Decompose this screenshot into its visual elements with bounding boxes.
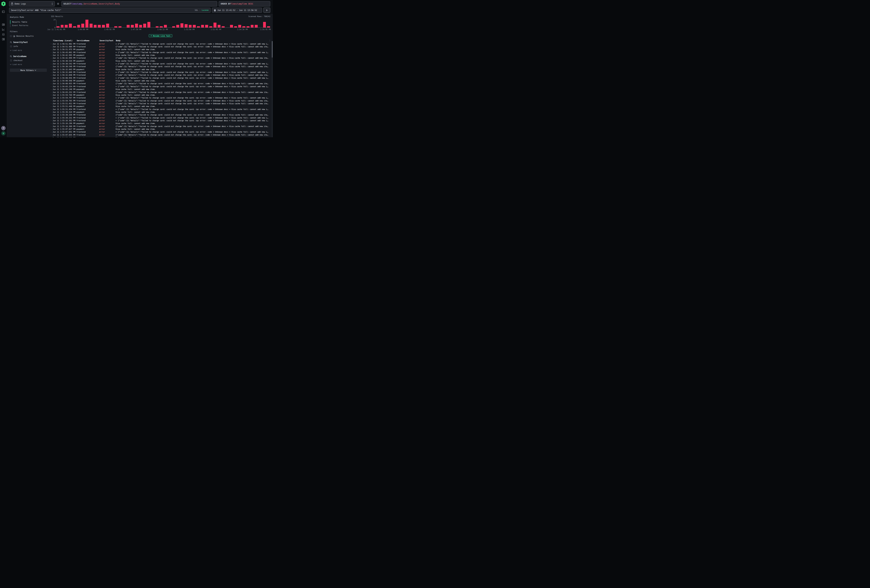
log-table-row[interactable]: ›Jun 11 1:55:51.448 PMpaymenterrorVisa c…	[50, 105, 271, 108]
row-expand-chevron-icon[interactable]: ›	[50, 97, 52, 99]
log-table-row[interactable]: ›Jun 11 1:56:03.254 PMfrontenderror× {"c…	[50, 85, 271, 88]
row-expand-chevron-icon[interactable]: ›	[50, 106, 52, 107]
log-table-row[interactable]: ›Jun 11 1:54:52.241 PMpaymenterrorVisa c…	[50, 136, 271, 137]
log-table-row[interactable]: ›Jun 11 1:56:08.955 PMfrontenderror{"cod…	[50, 82, 271, 85]
load-more-link[interactable]: Load more	[10, 64, 47, 65]
row-expand-chevron-icon[interactable]: ›	[50, 83, 52, 85]
client-sessions-icon[interactable]	[1, 32, 6, 37]
row-expand-chevron-icon[interactable]: ›	[50, 137, 52, 137]
row-expand-chevron-icon[interactable]: ›	[50, 114, 52, 116]
row-expand-chevron-icon[interactable]: ›	[50, 86, 52, 87]
row-expand-chevron-icon[interactable]: ›	[50, 71, 52, 73]
log-table-row[interactable]: ›Jun 11 1:56:32.849 PMfrontenderror× {"c…	[50, 71, 271, 74]
chart-icon[interactable]	[1, 27, 6, 32]
source-settings-gear-icon[interactable]: ⚙	[57, 2, 60, 5]
log-table-row[interactable]: ›Jun 11 1:56:43.001 PMfrontenderror× {"c…	[50, 51, 271, 54]
log-table-row[interactable]: ›Jun 11 1:56:38.534 PMpaymenterrorVisa c…	[50, 60, 271, 62]
source-select[interactable]: Demo Logs	[9, 1, 55, 6]
log-table-row[interactable]: ›Jun 11 1:55:16.302 PMfrontenderror× {"c…	[50, 119, 271, 122]
log-table-row[interactable]: ›Jun 11 1:56:51.982 PMfrontenderror× {"c…	[50, 42, 271, 45]
log-table-row[interactable]: ›Jun 11 1:56:42.995 PMpaymenterrorVisa c…	[50, 54, 271, 57]
row-expand-chevron-icon[interactable]: ›	[50, 49, 52, 51]
row-expand-chevron-icon[interactable]: ›	[50, 68, 52, 70]
col-header-severitytext[interactable]: SeverityText	[99, 40, 116, 42]
row-expand-chevron-icon[interactable]: ›	[50, 100, 52, 101]
log-table-row[interactable]: ›Jun 11 1:56:42.999 PMfrontenderror{"cod…	[50, 57, 271, 60]
order-by-input[interactable]: ORDER BY TimestampTime DESC	[219, 1, 270, 6]
log-table-row[interactable]: ›Jun 11 1:56:32.843 PMpaymenterrorVisa c…	[50, 68, 271, 71]
log-table-row[interactable]: ›Jun 11 1:56:08.956 PMfrontenderror× {"c…	[50, 77, 271, 79]
row-expand-chevron-icon[interactable]: ›	[50, 111, 52, 113]
row-expand-chevron-icon[interactable]: ›	[50, 131, 52, 133]
log-table-row[interactable]: ›Jun 11 1:56:03.252 PMfrontenderror{"cod…	[50, 91, 271, 94]
row-expand-chevron-icon[interactable]: ›	[50, 117, 52, 119]
select-columns-input[interactable]: SELECT Timestamp, ServiceName, SeverityT…	[61, 1, 217, 6]
run-query-button[interactable]	[264, 7, 270, 13]
log-table-row[interactable]: ›Jun 11 1:55:16.300 PMfrontenderror{"cod…	[50, 125, 271, 128]
row-expand-chevron-icon[interactable]: ›	[50, 60, 52, 62]
log-table-row[interactable]: ›Jun 11 1:56:51.975 PMpaymenterrorVisa c…	[50, 48, 271, 51]
log-table-row[interactable]: ›Jun 11 1:56:38.540 PMfrontenderror{"cod…	[50, 65, 271, 68]
more-filters-button[interactable]: More filters	[10, 68, 47, 72]
results-scrollbar[interactable]	[272, 41, 273, 137]
log-table-row[interactable]: ›Jun 11 1:55:59.760 PMpaymenterrorVisa c…	[50, 94, 271, 96]
resume-live-tail-button[interactable]: Resume Live Tail	[149, 34, 172, 37]
row-expand-chevron-icon[interactable]: ›	[50, 94, 52, 96]
sql-mode-toggle[interactable]: SQL	[195, 9, 198, 11]
sidebar-toggle-icon[interactable]	[1, 9, 6, 14]
row-expand-chevron-icon[interactable]: ›	[50, 109, 52, 110]
log-table-row[interactable]: ›Jun 11 1:56:32.848 PMfrontenderror{"cod…	[50, 74, 271, 77]
help-button[interactable]: ?	[1, 126, 6, 130]
denoise-checkbox[interactable]	[10, 35, 12, 37]
col-header-body[interactable]: Body	[116, 40, 268, 42]
log-table-row[interactable]: ›Jun 11 1:55:59.767 PMfrontenderror× {"c…	[50, 97, 271, 99]
col-header-servicename[interactable]: ServiceName	[76, 40, 99, 42]
load-more-link[interactable]: Load more	[10, 49, 47, 51]
log-table-row[interactable]: ›Jun 11 1:56:08.948 PMpaymenterrorVisa c…	[50, 79, 271, 82]
log-table-row[interactable]: ›Jun 11 1:55:51.452 PMfrontenderror{"cod…	[50, 102, 271, 105]
log-table-row[interactable]: ›Jun 11 1:55:39.324 PMpaymenterrorVisa c…	[50, 111, 271, 113]
search-query-input[interactable]: SeverityText:error AND "Visa cache full"…	[9, 7, 210, 13]
row-expand-chevron-icon[interactable]: ›	[50, 134, 52, 136]
row-expand-chevron-icon[interactable]: ›	[50, 77, 52, 79]
row-expand-chevron-icon[interactable]: ›	[50, 54, 52, 56]
col-header-timestamp[interactable]: Timestamp (Local)	[52, 40, 76, 42]
lucene-mode-toggle[interactable]: Lucene	[202, 9, 209, 11]
hyperdx-logo-icon[interactable]	[1, 1, 6, 6]
log-table-row[interactable]: ›Jun 11 1:55:39.330 PMfrontenderror{"cod…	[50, 114, 271, 116]
filter-option-label[interactable]: info	[13, 45, 18, 48]
analysis-mode-results-table[interactable]: Results Table	[10, 20, 47, 24]
column-settings-icon[interactable]: ⋮	[268, 40, 271, 42]
search-logs-icon[interactable]	[1, 22, 6, 27]
log-table-row[interactable]: ›Jun 11 1:56:03.248 PMpaymenterrorVisa c…	[50, 88, 271, 91]
row-expand-chevron-icon[interactable]: ›	[50, 66, 52, 67]
row-expand-chevron-icon[interactable]: ›	[50, 80, 52, 82]
scrollbar-thumb[interactable]	[272, 41, 273, 58]
time-range-picker[interactable]: Jun 11 13:41:52 - Jun 11 13:56:52	[212, 7, 262, 13]
log-table-row[interactable]: ›Jun 11 1:55:16.296 PMpaymenterrorVisa c…	[50, 122, 271, 125]
row-expand-chevron-icon[interactable]: ›	[50, 43, 52, 45]
row-expand-chevron-icon[interactable]: ›	[50, 91, 52, 93]
log-table-row[interactable]: ›Jun 11 1:55:07.827 PMpaymenterrorVisa c…	[50, 128, 271, 131]
row-expand-chevron-icon[interactable]: ›	[50, 52, 52, 53]
analysis-mode-event-patterns[interactable]: Event Patterns	[10, 24, 47, 27]
log-table-row[interactable]: ›Jun 11 1:56:38.542 PMfrontenderror× {"c…	[50, 62, 271, 65]
log-table-row[interactable]: ›Jun 11 1:55:07.841 PMfrontenderror× {"c…	[50, 131, 271, 133]
log-table-row[interactable]: ›Jun 11 1:56:51.980 PMfrontenderror{"cod…	[50, 45, 271, 48]
user-avatar[interactable]: U	[1, 131, 6, 135]
filter-checkbox-checkout[interactable]	[10, 60, 12, 61]
filter-checkbox-info[interactable]	[10, 45, 12, 47]
log-table-row[interactable]: ›Jun 11 1:55:07.835 PMfrontenderror{"cod…	[50, 133, 271, 136]
row-expand-chevron-icon[interactable]: ›	[50, 123, 52, 124]
row-expand-chevron-icon[interactable]: ›	[50, 128, 52, 130]
row-expand-chevron-icon[interactable]: ›	[50, 89, 52, 90]
log-table-row[interactable]: ›Jun 11 1:55:51.454 PMfrontenderror× {"c…	[50, 108, 271, 111]
log-table-row[interactable]: ›Jun 11 1:55:59.765 PMfrontenderror{"cod…	[50, 99, 271, 102]
row-expand-chevron-icon[interactable]: ›	[50, 125, 52, 127]
row-expand-chevron-icon[interactable]: ›	[50, 120, 52, 121]
results-histogram[interactable]: 24 0 Jun 11 1:41:45 PM1:44:00 PM1:45:45 …	[50, 19, 271, 30]
row-expand-chevron-icon[interactable]: ›	[50, 57, 52, 59]
dashboards-icon[interactable]	[1, 37, 6, 42]
row-expand-chevron-icon[interactable]: ›	[50, 63, 52, 65]
row-expand-chevron-icon[interactable]: ›	[50, 103, 52, 104]
